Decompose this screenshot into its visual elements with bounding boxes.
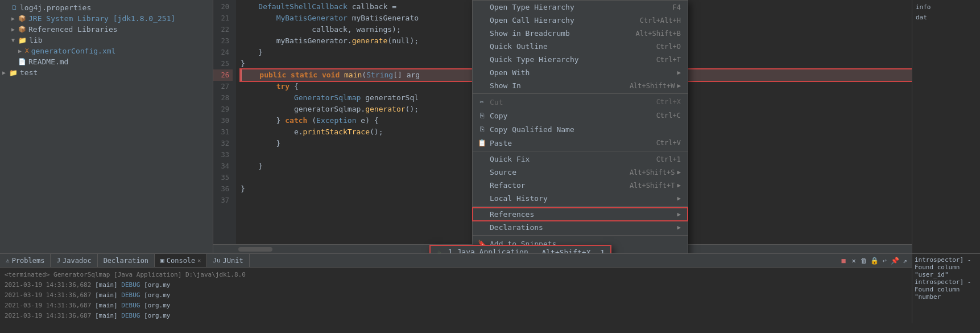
sidebar-item-label: log4j.properties (20, 3, 91, 12)
line-num-20: 20 (213, 1, 233, 13)
right-info-line2: dat (916, 13, 977, 23)
sidebar-item-log4j[interactable]: 🗋 log4j.properties (0, 2, 213, 13)
menu-separator (473, 235, 688, 236)
console-icon: ▣ (160, 257, 164, 264)
line-num-36: 36 (213, 183, 233, 195)
menu-item-label: References (490, 210, 534, 219)
console-content: <terminated> GeneratorSqlmap [Java Appli… (0, 268, 912, 323)
submenu-arrow-icon: ▶ (677, 82, 681, 89)
line-num-34: 34 (213, 161, 233, 172)
tab-javadoc[interactable]: J Javadoc (51, 254, 97, 267)
line-num-28: 28 (213, 92, 233, 104)
menu-item-cut[interactable]: ✂ Cut Ctrl+X (473, 95, 688, 109)
pin-console-icon[interactable]: 📌 (890, 256, 899, 265)
tab-label: Console (167, 257, 196, 265)
menu-item-paste[interactable]: 📋 Paste Ctrl+V (473, 136, 688, 150)
menu-item-open-call-hierarchy[interactable]: Open Call Hierarchy Ctrl+Alt+H (473, 14, 688, 27)
main-container: 🗋 log4j.properties ▶ 📦 JRE System Librar… (0, 0, 980, 253)
menu-shortcut: Alt+Shift+B (636, 30, 681, 38)
right-info-introspector1: introspector] - Found column "user_id" (915, 256, 978, 278)
submenu-shortcut: Alt+Shift+X, J (541, 248, 604, 254)
right-console-info: introspector] - Found column "user_id" i… (912, 254, 980, 323)
sidebar-item-lib[interactable]: ▼ 📁 lib (0, 35, 213, 46)
menu-item-references[interactable]: References ▶ (473, 208, 688, 221)
context-menu: Open Type Hierarchy F4 Open Call Hierarc… (472, 0, 688, 253)
menu-item-show-in[interactable]: Show In Alt+Shift+W ▶ (473, 79, 688, 92)
open-console-icon[interactable]: ⇗ (900, 256, 909, 265)
right-info-introspector2: introspector] - Found column "number (915, 278, 978, 301)
menu-item-quick-outline[interactable]: Quick Outline Ctrl+O (473, 40, 688, 53)
menu-item-quick-fix[interactable]: Quick Fix Ctrl+1 (473, 153, 688, 166)
line-num-31: 31 (213, 126, 233, 138)
menu-separator (473, 93, 688, 94)
editor-area: 20 21 22 23 24 25 26 27 28 29 30 31 32 3… (213, 0, 912, 253)
line-num-32: 32 (213, 138, 233, 149)
tab-problems[interactable]: ⚠ Problems (0, 254, 51, 267)
sidebar-item-label: Referenced Libraries (28, 25, 118, 34)
sidebar-item-referenced-libraries[interactable]: ▶ 📦 Referenced Libraries (0, 24, 213, 35)
menu-item-open-type-hierarchy[interactable]: Open Type Hierarchy F4 (473, 1, 688, 14)
menu-item-copy-qualified-name[interactable]: ⎘ Copy Qualified Name (473, 122, 688, 136)
tab-declaration[interactable]: Declaration (98, 254, 155, 267)
run-as-submenu: ☕ 1 Java Application Alt+Shift+X, J Run … (429, 245, 611, 253)
menu-item-refactor[interactable]: Refactor Alt+Shift+T ▶ (473, 179, 688, 192)
terminate-icon[interactable]: ■ (839, 256, 848, 265)
submenu-item-label: 1 Java Application (448, 248, 528, 253)
remove-terminated-icon[interactable]: ✕ (849, 256, 858, 265)
md-file-icon: 📄 (18, 58, 26, 65)
line-num-37: 37 (213, 195, 233, 206)
menu-shortcut: F4 (673, 3, 681, 11)
sidebar-item-test[interactable]: ▶ 📁 test (0, 67, 213, 78)
clear-console-icon[interactable]: 🗑 (859, 256, 869, 265)
bottom-panel-content: ⚠ Problems J Javadoc Declaration ▣ Conso… (0, 254, 980, 323)
paste-icon: 📋 (477, 138, 486, 147)
menu-item-open-with[interactable]: Open With ▶ (473, 66, 688, 79)
tab-console[interactable]: ▣ Console ✕ (155, 254, 207, 267)
sidebar-item-label: JRE System Library [jdk1.8.0_251] (28, 14, 175, 23)
word-wrap-icon[interactable]: ↩ (880, 256, 889, 265)
problems-icon: ⚠ (6, 257, 10, 264)
line-num-25: 25 (213, 58, 233, 69)
menu-shortcut: Alt+Shift+W (630, 82, 675, 90)
arrow-right-icon: ▶ (2, 69, 6, 76)
menu-item-label: Paste (490, 139, 512, 147)
menu-item-show-in-breadcrumb[interactable]: Show in Breadcrumb Alt+Shift+B (473, 27, 688, 40)
menu-item-label: Open With (490, 68, 530, 77)
sidebar-item-readme[interactable]: 📄 README.md (0, 56, 213, 67)
tab-label: Problems (12, 257, 45, 265)
arrow-right-icon: ▶ (11, 26, 15, 32)
menu-item-declarations[interactable]: Declarations ▶ (473, 221, 688, 234)
sidebar-item-label: README.md (28, 57, 68, 66)
menu-item-label: Declarations (490, 223, 543, 232)
right-info-line1: info (916, 2, 977, 13)
tab-junit[interactable]: Ju JUnit (207, 254, 249, 267)
scroll-lock-icon[interactable]: 🔒 (870, 256, 879, 265)
menu-item-quick-type-hierarchy[interactable]: Quick Type Hierarchy Ctrl+T (473, 53, 688, 66)
menu-item-label: Quick Fix (490, 155, 530, 163)
menu-shortcut: Ctrl+C (656, 112, 681, 120)
sidebar-item-jre[interactable]: ▶ 📦 JRE System Library [jdk1.8.0_251] (0, 13, 213, 24)
submenu-item-java-app[interactable]: ☕ 1 Java Application Alt+Shift+X, J (430, 245, 611, 253)
arrow-right-icon: ▶ (11, 15, 15, 22)
javadoc-icon: J (56, 257, 60, 264)
junit-icon: Ju (213, 257, 220, 264)
menu-shortcut: Ctrl+V (656, 139, 681, 147)
menu-item-label: Refactor (490, 181, 526, 190)
menu-shortcut: Ctrl+1 (656, 155, 681, 163)
menu-shortcut: Ctrl+O (656, 43, 681, 51)
menu-item-source[interactable]: Source Alt+Shift+S ▶ (473, 166, 688, 179)
menu-item-label: Source (490, 168, 516, 176)
menu-shortcut: Alt+Shift+S (630, 168, 675, 176)
sidebar-item-generator-config[interactable]: ▶ X generatorConfig.xml (0, 46, 213, 56)
menu-item-local-history[interactable]: Local History ▶ (473, 192, 688, 205)
scrollbar-thumb[interactable] (238, 247, 272, 252)
sidebar-item-label: lib (29, 36, 42, 44)
folder-icon: 📁 (18, 36, 27, 44)
console-terminated-line: <terminated> GeneratorSqlmap [Java Appli… (5, 270, 907, 280)
tab-close-icon[interactable]: ✕ (197, 257, 201, 264)
xml-file-icon: X (25, 47, 29, 55)
menu-item-copy[interactable]: ⎘ Copy Ctrl+C (473, 109, 688, 122)
line-num-27: 27 (213, 81, 233, 92)
line-num-21: 21 (213, 13, 233, 24)
line-num-33: 33 (213, 149, 233, 161)
